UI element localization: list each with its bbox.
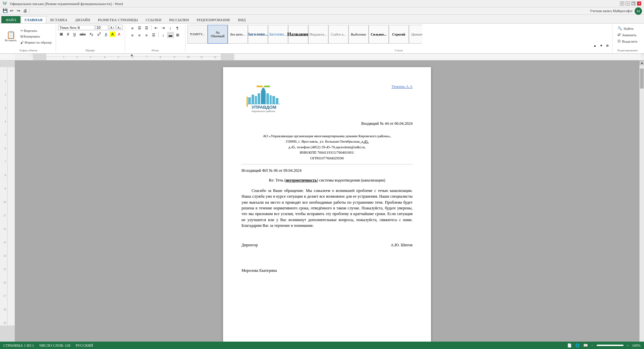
view-read-icon[interactable]: 📖 (583, 343, 588, 348)
italic-button[interactable]: К (65, 32, 71, 37)
svg-text:13: 13 (3, 241, 6, 244)
bold-button[interactable]: Ж (58, 32, 65, 37)
style-subtitle[interactable]: Подзагол... (308, 25, 328, 44)
multilevel-button[interactable]: ☰ (143, 25, 150, 31)
undo-icon[interactable]: ↩ (9, 8, 15, 14)
style-quote2[interactable]: Цитата 2 (409, 25, 422, 44)
zoom-in-icon[interactable]: + (627, 344, 629, 347)
style-strict[interactable]: Строгий (389, 25, 409, 44)
help-button[interactable]: ? (620, 1, 624, 6)
find-button[interactable]: 🔍 Найти (615, 26, 640, 31)
document-body[interactable]: Спасибо за Ваше обращение. Мы сожалеем о… (241, 188, 413, 229)
decrease-font-button[interactable]: A↓ (116, 25, 122, 30)
strikethrough-button[interactable]: аbs (78, 32, 88, 37)
select-button[interactable]: ⊡ Выделить (615, 38, 640, 44)
tab-insert[interactable]: ВСТАВКА (47, 16, 71, 23)
numbering-button[interactable]: ☰ (136, 25, 143, 31)
font-size-input[interactable] (96, 25, 108, 30)
account-avatar[interactable]: М (635, 7, 642, 15)
highlight-button[interactable]: А (110, 32, 115, 37)
restore-button[interactable]: ❐ (631, 1, 636, 6)
style-empty[interactable]: ¶ EMPTY... (187, 25, 208, 44)
zoom-out-icon[interactable]: − (591, 344, 593, 347)
bullets-button[interactable]: ≡ (129, 25, 136, 31)
svg-text:3: 3 (90, 56, 91, 59)
replace-button[interactable]: ⇄ Заменить (615, 32, 640, 38)
copy-button[interactable]: ⧉ Копировать (19, 34, 54, 39)
style-heading1[interactable]: Заголово... (248, 25, 268, 44)
tab-layout[interactable]: РАЗМЕТКА СТРАНИЦЫ (94, 16, 142, 23)
increase-indent-button[interactable]: ⇥ (160, 25, 167, 31)
svg-text:12: 12 (3, 228, 6, 231)
superscript-button[interactable]: х2 (96, 31, 103, 37)
view-web-icon[interactable]: 🌐 (575, 343, 580, 348)
document-scroll-area[interactable]: УПРАВДОМ Кировского района Тюкина.А.А Вх… (15, 60, 639, 349)
document-page: УПРАВДОМ Кировского района Тюкина.А.А Вх… (223, 67, 431, 349)
decrease-indent-button[interactable]: ⇤ (153, 25, 160, 31)
cut-button[interactable]: ✂ Вырезать (19, 28, 54, 33)
sep (151, 25, 152, 30)
format-painter-button[interactable]: 🖌 Формат по образцу (19, 40, 54, 45)
svg-text:1: 1 (63, 56, 64, 59)
svg-rect-49 (266, 93, 269, 104)
close-button[interactable]: ✕ (637, 1, 641, 6)
tab-references[interactable]: ССЫЛКИ (142, 16, 165, 23)
scroll-track[interactable] (640, 65, 644, 349)
outgoing-number: Исходящий ФЛ № 06 от 09.04.2024 (241, 168, 413, 173)
position-label: Директор (241, 242, 258, 248)
vertical-scrollbar[interactable]: ▲ ▼ (639, 60, 644, 349)
svg-text:9: 9 (174, 56, 175, 59)
style-no-spacing[interactable]: Без инте... (228, 25, 248, 44)
zoom-slider[interactable] (597, 345, 624, 346)
align-left-button[interactable]: ≡ (129, 32, 136, 38)
redo-icon[interactable]: ↪ (15, 8, 21, 14)
justify-button[interactable]: ☰ (150, 32, 157, 38)
author-name: Морозова Екатерина (241, 268, 413, 273)
sort-button[interactable]: ↕ (167, 25, 174, 31)
svg-rect-40 (257, 86, 263, 87)
style-title[interactable]: Название (288, 25, 308, 44)
increase-font-button[interactable]: A↑ (109, 25, 115, 30)
tab-design[interactable]: ДИЗАЙН (71, 16, 94, 23)
style-emphasis[interactable]: Выделение (348, 25, 369, 44)
style-weak-emphasis[interactable]: Слабое в... (328, 25, 348, 44)
styles-expand[interactable]: ⊞ (605, 44, 610, 48)
scroll-thumb[interactable] (640, 68, 644, 89)
font-color-button[interactable]: А (116, 32, 122, 37)
styles-scroll-up[interactable]: ▲ (592, 44, 598, 48)
tab-view[interactable]: ВИД (234, 16, 250, 23)
style-heading2[interactable]: Заголово... (268, 25, 288, 44)
svg-text:18: 18 (3, 308, 6, 311)
align-right-button[interactable]: ≡ (143, 32, 150, 38)
tab-file[interactable]: ФАЙЛ (1, 16, 20, 23)
svg-text:11: 11 (3, 214, 6, 217)
subscript-button[interactable]: х2 (88, 31, 95, 37)
scroll-up-button[interactable]: ▲ (640, 60, 644, 65)
svg-text:17: 17 (3, 295, 6, 298)
svg-rect-54 (247, 97, 248, 107)
shading-button[interactable]: ▬ (167, 32, 174, 38)
style-normal[interactable]: Аа Обычный (208, 25, 228, 44)
svg-rect-43 (252, 95, 254, 104)
styles-scroll-down[interactable]: ▼ (598, 44, 604, 48)
pilcrow-button[interactable]: ¶ (174, 25, 181, 31)
minimize-button[interactable]: − (626, 1, 630, 6)
tab-mailings[interactable]: РАССЫЛКИ (165, 16, 193, 23)
borders-button[interactable]: ⊞ (174, 32, 181, 38)
line-spacing-button[interactable]: ↕ (160, 32, 167, 38)
align-center-button[interactable]: ≡ (136, 32, 143, 38)
zoom-level[interactable]: 100% (632, 343, 641, 347)
save-icon[interactable]: 💾 (2, 8, 8, 14)
tab-home[interactable]: ГЛАВНАЯ (21, 16, 46, 23)
svg-text:5: 5 (5, 134, 6, 137)
underline-button[interactable]: Ч (71, 32, 77, 37)
font-name-input[interactable] (58, 25, 95, 30)
text-effects-button[interactable]: А (103, 32, 109, 37)
font-label: Шрифт (86, 48, 95, 52)
style-strong[interactable]: Сильное... (369, 25, 389, 44)
print-icon[interactable]: 🖨 (22, 8, 28, 14)
status-right: 📄 🌐 📖 − + 100% (567, 343, 641, 348)
paste-button[interactable]: 📋 Вставить (3, 27, 18, 46)
view-print-icon[interactable]: 📄 (567, 343, 572, 348)
tab-review[interactable]: РЕЦЕНЗИРОВАНИЕ (193, 16, 234, 23)
